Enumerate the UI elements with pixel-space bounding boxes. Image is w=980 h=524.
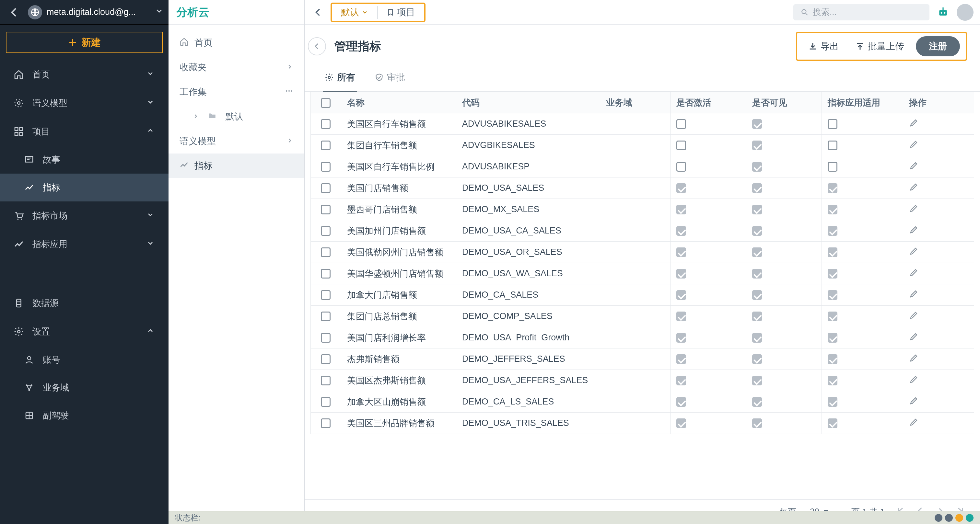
visible-checkbox[interactable] — [752, 141, 762, 150]
nav-item-bizdomain[interactable]: 业务域 — [0, 374, 169, 402]
visible-checkbox[interactable] — [752, 397, 762, 407]
breadcrumb-project[interactable]: 默认 — [332, 4, 377, 21]
row-checkbox[interactable] — [321, 333, 331, 343]
bulk-upload-button[interactable]: 批量上传 — [850, 37, 909, 56]
sidebar-item-l-sem[interactable]: 语义模型 — [169, 129, 304, 154]
breadcrumb-section[interactable]: 项目 — [377, 4, 424, 21]
apply-checkbox[interactable] — [828, 226, 837, 236]
active-checkbox[interactable] — [676, 162, 686, 171]
row-checkbox[interactable] — [321, 290, 331, 300]
row-checkbox[interactable] — [321, 119, 331, 129]
visible-checkbox[interactable] — [752, 162, 762, 171]
nav-item-home[interactable]: 首页 — [0, 60, 169, 89]
apply-checkbox[interactable] — [828, 162, 837, 171]
active-checkbox[interactable] — [676, 397, 686, 407]
col-header-visible[interactable]: 是否可见 — [746, 92, 822, 113]
visible-checkbox[interactable] — [752, 205, 762, 214]
nav-item-market[interactable]: 指标市场 — [0, 202, 169, 230]
visible-checkbox[interactable] — [752, 226, 762, 236]
apply-checkbox[interactable] — [828, 397, 837, 407]
row-checkbox[interactable] — [321, 205, 331, 214]
apply-checkbox[interactable] — [828, 290, 837, 300]
search-input[interactable]: 搜索... — [793, 4, 929, 21]
active-checkbox[interactable] — [676, 376, 686, 385]
tab-review[interactable]: 审批 — [373, 64, 407, 92]
collapse-sidebar-button[interactable] — [308, 37, 326, 56]
apply-checkbox[interactable] — [828, 311, 837, 321]
nav-item-metrics[interactable]: 指标 — [0, 173, 169, 202]
edit-button[interactable] — [909, 270, 919, 279]
visible-checkbox[interactable] — [752, 311, 762, 321]
row-checkbox[interactable] — [321, 269, 331, 278]
nav-item-semantic[interactable]: 语义模型 — [0, 89, 169, 117]
row-checkbox[interactable] — [321, 418, 331, 428]
apply-checkbox[interactable] — [828, 248, 837, 257]
sidebar-item-l-default[interactable]: 默认 — [169, 104, 304, 129]
active-checkbox[interactable] — [676, 119, 686, 129]
row-checkbox[interactable] — [321, 141, 331, 150]
visible-checkbox[interactable] — [752, 354, 762, 364]
edit-button[interactable] — [909, 248, 919, 258]
tenant-avatar-icon[interactable] — [28, 5, 42, 19]
edit-button[interactable] — [909, 398, 919, 407]
visible-checkbox[interactable] — [752, 269, 762, 278]
nav-item-project[interactable]: 项目 — [0, 117, 169, 146]
col-header-domain[interactable]: 业务域 — [600, 92, 670, 113]
active-checkbox[interactable] — [676, 290, 686, 300]
tenant-name[interactable]: meta.digital.cloud@g... — [47, 7, 150, 17]
visible-checkbox[interactable] — [752, 333, 762, 343]
active-checkbox[interactable] — [676, 311, 686, 321]
apply-checkbox[interactable] — [828, 141, 837, 150]
topbar-back-icon[interactable] — [311, 5, 325, 19]
active-checkbox[interactable] — [676, 183, 686, 193]
register-button[interactable]: 注册 — [916, 36, 960, 56]
tab-all[interactable]: 所有 — [323, 64, 357, 92]
active-checkbox[interactable] — [676, 205, 686, 214]
tenant-dropdown-icon[interactable] — [155, 7, 163, 17]
apply-checkbox[interactable] — [828, 183, 837, 193]
user-avatar[interactable] — [957, 4, 974, 21]
visible-checkbox[interactable] — [752, 183, 762, 193]
nav-item-copilot[interactable]: 副驾驶 — [0, 402, 169, 429]
row-checkbox[interactable] — [321, 376, 331, 385]
row-checkbox[interactable] — [321, 248, 331, 257]
apply-checkbox[interactable] — [828, 354, 837, 364]
active-checkbox[interactable] — [676, 269, 686, 278]
col-header-name[interactable]: 名称 — [341, 92, 456, 113]
sidebar-item-l-metrics[interactable]: 指标 — [169, 154, 304, 178]
edit-button[interactable] — [909, 312, 919, 322]
row-checkbox[interactable] — [321, 226, 331, 236]
apply-checkbox[interactable] — [828, 119, 837, 129]
select-all-checkbox[interactable] — [321, 98, 331, 108]
active-checkbox[interactable] — [676, 354, 686, 364]
apply-checkbox[interactable] — [828, 205, 837, 214]
col-header-op[interactable]: 操作 — [903, 92, 974, 113]
active-checkbox[interactable] — [676, 418, 686, 428]
row-checkbox[interactable] — [321, 183, 331, 193]
nav-item-stories[interactable]: 故事 — [0, 146, 169, 173]
active-checkbox[interactable] — [676, 226, 686, 236]
edit-button[interactable] — [909, 120, 919, 130]
sidebar-item-l-fav[interactable]: 收藏夹 — [169, 55, 304, 80]
apply-checkbox[interactable] — [828, 418, 837, 428]
visible-checkbox[interactable] — [752, 248, 762, 257]
edit-button[interactable] — [909, 333, 919, 343]
col-header-code[interactable]: 代码 — [456, 92, 600, 113]
edit-button[interactable] — [909, 141, 919, 151]
apply-checkbox[interactable] — [828, 269, 837, 278]
assistant-icon[interactable] — [935, 4, 951, 21]
sidebar-item-l-home[interactable]: 首页 — [169, 30, 304, 55]
col-header-apply[interactable]: 指标应用适用 — [822, 92, 903, 113]
row-checkbox[interactable] — [321, 354, 331, 364]
back-icon[interactable] — [5, 3, 23, 21]
visible-checkbox[interactable] — [752, 376, 762, 385]
row-checkbox[interactable] — [321, 311, 331, 321]
active-checkbox[interactable] — [676, 248, 686, 257]
visible-checkbox[interactable] — [752, 418, 762, 428]
new-button[interactable]: 新建 — [6, 32, 163, 53]
edit-button[interactable] — [909, 376, 919, 386]
nav-item-datasource[interactable]: 数据源 — [0, 289, 169, 318]
edit-button[interactable] — [909, 163, 919, 172]
apply-checkbox[interactable] — [828, 333, 837, 343]
more-icon[interactable] — [285, 87, 293, 97]
